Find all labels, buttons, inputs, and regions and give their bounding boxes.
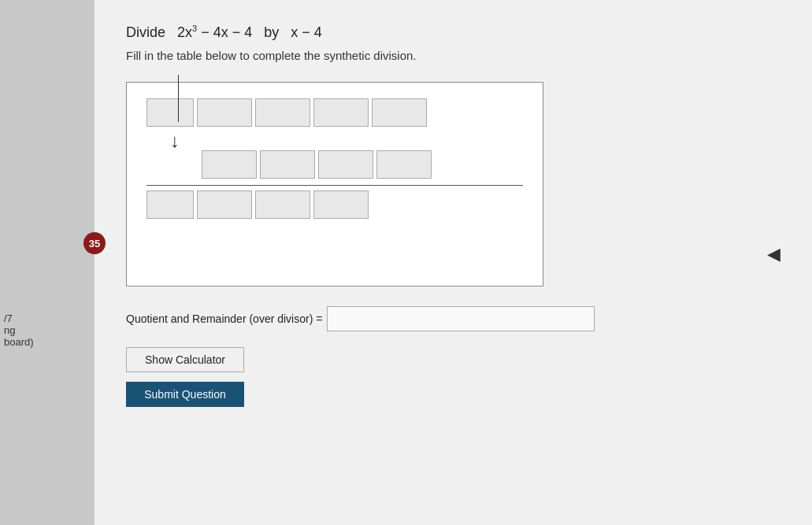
quotient-input[interactable] (327, 306, 595, 331)
sidebar-line3: board) (4, 336, 91, 348)
problem-title: Divide 2x3 − 4x − 4 by x − 4 (126, 24, 780, 41)
show-calculator-button[interactable]: Show Calculator (126, 347, 244, 372)
quotient-row: Quotient and Remainder (over divisor) = (126, 306, 780, 331)
main-content: Divide 2x3 − 4x − 4 by x − 4 Fill in the… (95, 0, 812, 525)
top-cell-4[interactable] (372, 98, 427, 127)
submit-question-button[interactable]: Submit Question (126, 382, 244, 407)
cursor-arrow: ◀ (767, 244, 780, 264)
mid-cell-0[interactable] (202, 150, 257, 179)
top-cell-1[interactable] (197, 98, 252, 127)
mid-cell-2[interactable] (318, 150, 373, 179)
h-divider (146, 185, 523, 186)
top-row (146, 98, 531, 127)
mid-cell-1[interactable] (260, 150, 315, 179)
sidebar-line1: /7 (4, 312, 91, 324)
vertical-line (178, 75, 179, 122)
bot-cell-2[interactable] (255, 190, 310, 219)
bot-cell-1[interactable] (197, 190, 252, 219)
bot-row (146, 190, 531, 219)
top-cell-3[interactable] (313, 98, 369, 127)
top-cell-0[interactable] (146, 98, 194, 127)
quotient-label: Quotient and Remainder (over divisor) = (126, 312, 322, 325)
sidebar-line2: ng (4, 324, 91, 336)
mid-cell-3[interactable] (376, 150, 432, 179)
top-cell-2[interactable] (255, 98, 310, 127)
synthetic-division-table: ↓ (126, 82, 543, 287)
instruction: Fill in the table below to complete the … (126, 49, 780, 62)
sidebar: 35 /7 ng board) (0, 0, 95, 525)
bot-cell-0[interactable] (146, 190, 194, 219)
badge: 35 (83, 232, 106, 254)
down-arrow-icon: ↓ (170, 130, 180, 152)
bot-cell-3[interactable] (313, 190, 369, 219)
mid-row (202, 150, 531, 179)
sidebar-text: /7 ng board) (0, 309, 95, 352)
